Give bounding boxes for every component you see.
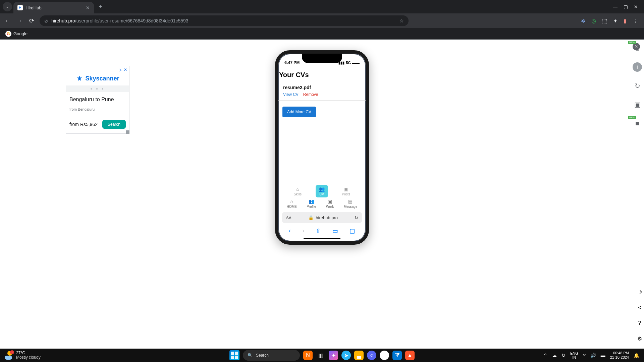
network-label: 5G — [346, 61, 351, 65]
tray-volume-icon[interactable]: 🔊 — [590, 353, 596, 358]
share-icon[interactable]: < — [638, 305, 641, 311]
taskbar-app-explorer[interactable]: ▃ — [354, 351, 364, 360]
browser-tab-active[interactable]: H HireHub ✕ — [13, 2, 94, 13]
ad-close-icon[interactable]: ✕ — [124, 67, 127, 72]
safari-forward-icon[interactable]: › — [302, 227, 304, 235]
ad-brand[interactable]: Skyscanner — [66, 73, 129, 85]
reload-icon[interactable]: ⟳ — [28, 17, 36, 24]
ad-search-button[interactable]: Search — [102, 120, 126, 129]
extensions-puzzle-icon[interactable]: ✦ — [613, 18, 618, 24]
rotate-icon[interactable]: ↻ — [633, 81, 642, 90]
tray-notifications-icon[interactable]: 🔔 — [634, 353, 639, 358]
home-icon: ⌂ — [296, 186, 299, 192]
tray-security-icon[interactable]: ↻ — [561, 353, 566, 358]
tab-cv[interactable]: 👥CV — [316, 185, 328, 197]
taskbar-app-copilot[interactable]: ✦ — [329, 351, 338, 360]
forward-icon[interactable]: → — [15, 17, 23, 24]
bookmarks-bar: G Google — [0, 28, 644, 40]
tray-language[interactable]: ENG IN — [570, 351, 578, 359]
back-icon[interactable]: ← — [3, 17, 11, 24]
bookmark-label: Google — [13, 31, 28, 36]
message-icon: ▤ — [348, 199, 353, 204]
ad-carousel-dots[interactable]: ● ● ● — [66, 85, 129, 92]
minimize-icon[interactable]: — — [613, 4, 618, 9]
extension-icon-2[interactable]: ◎ — [591, 18, 596, 24]
nav-message[interactable]: ▤Message — [344, 199, 358, 208]
tray-onedrive-icon[interactable]: ☁ — [552, 353, 557, 358]
close-window-icon[interactable]: ✕ — [634, 4, 638, 9]
taskbar-weather[interactable]: 1 27°C Mostly cloudy — [0, 351, 41, 360]
view-cv-link[interactable]: View CV — [283, 92, 299, 97]
ad-info-icon[interactable]: ▷ — [119, 67, 122, 72]
tray-clock[interactable]: 06:48 PM 21-10-2024 — [610, 351, 629, 360]
start-button[interactable] — [229, 350, 239, 360]
extension-icon-3[interactable]: ⬚ — [602, 18, 607, 24]
taskbar-center: 🔍 Search N ▥ ✦ ➤ ▃ ○ ◉ ⧩ ▲ — [229, 350, 415, 361]
ad-brand-text: Skyscanner — [85, 75, 119, 82]
app-bottom-nav: ⌂HOME 👥Profile ▣Work ▤Message — [278, 198, 366, 210]
address-bar[interactable]: ⊘ hirehub.pro/userprofile/user-resume/66… — [40, 15, 409, 26]
record-icon[interactable]: NEW■ — [633, 119, 642, 128]
maximize-icon[interactable]: ▢ — [624, 4, 628, 9]
safari-tabs-icon[interactable]: ▢ — [350, 227, 355, 235]
skyscanner-icon — [76, 75, 83, 82]
taskbar-app-discord[interactable]: ○ — [367, 351, 376, 360]
ad-card: ▷ ✕ Skyscanner ● ● ● Bengaluru to Pune f… — [66, 66, 129, 134]
help-icon[interactable]: ? — [638, 320, 641, 326]
safari-host: hirehub.pro — [316, 215, 338, 220]
screenshot-icon[interactable]: ▣ — [633, 100, 642, 109]
taskbar-app-1[interactable]: N — [303, 351, 313, 360]
phone-screen: 6:47 PM ▮▮▮ 5G ▬▬ Your CVs resume2.pdf V… — [278, 54, 366, 241]
device-preview-icon[interactable]: NEW⎚ — [633, 44, 642, 53]
safari-bookmarks-icon[interactable]: ▭ — [332, 227, 338, 235]
window-controls: — ▢ ✕ — [613, 4, 644, 9]
taskbar-app-telegram[interactable]: ➤ — [341, 351, 351, 360]
url-path: /userprofile/user-resume/6676849d8d08f34… — [75, 18, 189, 23]
safari-toolbar: ‹ › ⇧ ▭ ▢ — [278, 225, 366, 236]
cv-filename: resume2.pdf — [283, 85, 361, 90]
bookmark-google[interactable]: G Google — [5, 31, 28, 37]
site-info-icon[interactable]: ⊘ — [44, 18, 48, 23]
tray-chevron-icon[interactable]: ⌃ — [543, 353, 547, 358]
tab-skills[interactable]: ⌂Skills — [290, 185, 305, 197]
tray-battery-icon[interactable]: ▬ — [601, 353, 605, 358]
ad-resize-handle — [126, 130, 129, 134]
safari-address-bar[interactable]: Aᴀ 🔒hirehub.pro ↻ — [282, 212, 362, 223]
settings-gear-icon[interactable]: ⚙ — [637, 336, 642, 342]
nav-home[interactable]: ⌂HOME — [287, 199, 297, 208]
home-indicator[interactable] — [304, 238, 340, 239]
taskbar-app-chrome[interactable]: ◉ — [380, 351, 389, 360]
google-icon: G — [5, 31, 11, 37]
tab-close-icon[interactable]: ✕ — [86, 5, 90, 10]
status-time: 6:47 PM — [284, 60, 300, 65]
new-tab-button[interactable]: + — [99, 3, 102, 10]
tab-title: HireHub — [25, 5, 42, 10]
chrome-menu-icon[interactable]: ⋮ — [633, 18, 638, 24]
tab-posts[interactable]: ▣Posts — [338, 185, 354, 197]
safari-back-icon[interactable]: ‹ — [289, 227, 291, 235]
bookmark-star-icon[interactable]: ☆ — [399, 18, 404, 23]
remove-cv-link[interactable]: Remove — [303, 92, 318, 97]
profile-icon: 👥 — [309, 199, 314, 204]
tab-search-dropdown[interactable]: ⌄ — [3, 2, 12, 11]
nav-profile[interactable]: 👥Profile — [307, 199, 316, 208]
taskbar-app-taskview[interactable]: ▥ — [316, 351, 325, 360]
url-host: hirehub.pro — [51, 18, 75, 23]
home-icon: ⌂ — [290, 199, 293, 204]
safari-reload-icon[interactable]: ↻ — [355, 215, 358, 220]
taskbar-app-vscode[interactable]: ⧩ — [392, 351, 402, 360]
info-icon[interactable]: i — [633, 62, 642, 72]
profile-avatar[interactable]: ▮ — [624, 18, 627, 24]
taskbar-app-brave[interactable]: ▲ — [405, 351, 415, 360]
cv-list-item: resume2.pdf View CV Remove — [278, 83, 366, 101]
extension-icon-1[interactable]: ✲ — [581, 18, 585, 24]
safari-share-icon[interactable]: ⇧ — [316, 227, 321, 235]
taskbar-search[interactable]: 🔍 Search — [243, 350, 300, 361]
tray-wifi-icon[interactable]: ⌔ — [583, 353, 586, 358]
text-size-icon[interactable]: Aᴀ — [286, 215, 291, 220]
add-more-cv-button[interactable]: Add More CV — [282, 107, 316, 117]
nav-work[interactable]: ▣Work — [326, 199, 334, 208]
system-tray: ⌃ ☁ ↻ ENG IN ⌔ 🔊 ▬ 06:48 PM 21-10-2024 🔔 — [543, 351, 644, 360]
lock-icon: 🔒 — [308, 215, 314, 220]
theme-icon[interactable]: ☽ — [637, 289, 642, 295]
